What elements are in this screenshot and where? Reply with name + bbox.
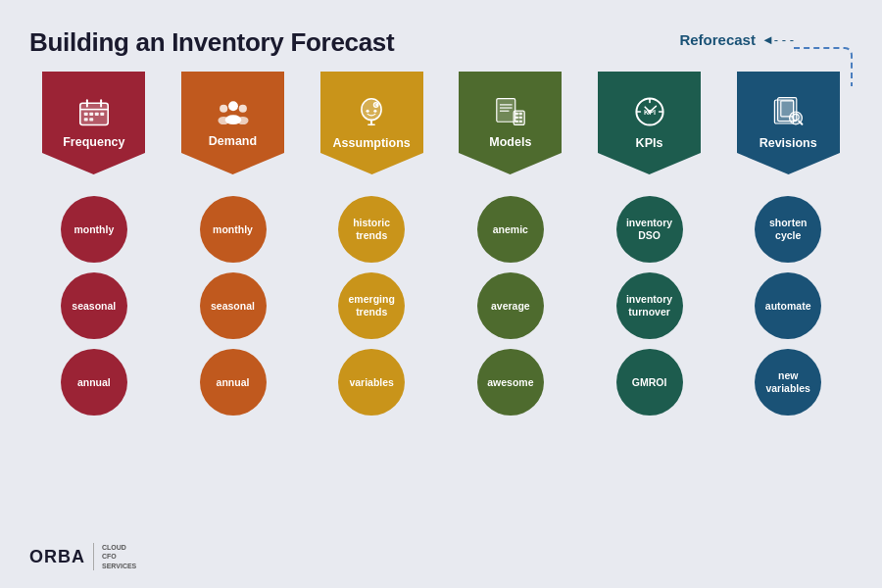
logo-area: ORBA CLOUDCFOSERVICES	[29, 543, 136, 570]
circles-kpis: inventory DSOinventory turnoverGMROI	[616, 196, 683, 416]
pentagon-label-revisions: Revisions	[760, 137, 817, 151]
svg-rect-36	[515, 120, 518, 122]
pentagon-content-demand: Demand	[181, 85, 284, 174]
pentagon-models: Models	[459, 72, 562, 174]
svg-rect-35	[519, 116, 522, 118]
circle-assumptions-2: variables	[338, 349, 405, 416]
svg-rect-5	[84, 112, 88, 115]
circle-frequency-0: monthly	[61, 196, 127, 263]
column-models: Modelsanemicaverageawesome	[446, 72, 575, 416]
svg-rect-7	[95, 112, 99, 115]
circles-revisions: shorten cycleautomatenew variables	[755, 196, 821, 416]
circle-frequency-1: seasonal	[61, 272, 127, 339]
logo-name: ORBA	[29, 547, 85, 567]
svg-rect-37	[519, 120, 522, 122]
revisions-icon	[772, 96, 804, 133]
svg-point-25	[374, 109, 377, 112]
svg-rect-32	[515, 112, 518, 114]
column-demand: Demandmonthlyseasonalannual	[169, 72, 298, 416]
reforecast-arrow-icon: ◄- - -	[761, 32, 794, 47]
circle-kpis-2: GMROI	[616, 349, 683, 416]
column-assumptions: Assumptionshistoric trendsemerging trend…	[307, 72, 436, 416]
svg-point-19	[362, 98, 381, 120]
column-kpis: KPI KPIsinventory DSOinventory turnoverG…	[585, 72, 714, 416]
assumptions-icon	[358, 96, 385, 133]
circles-models: anemicaverageawesome	[477, 196, 544, 416]
pentagon-content-kpis: KPI KPIs	[598, 85, 701, 174]
column-frequency: Frequencymonthlyseasonalannual	[29, 72, 159, 416]
circle-assumptions-0: historic trends	[338, 196, 405, 263]
circle-revisions-1: automate	[755, 272, 821, 339]
circle-frequency-2: annual	[61, 349, 127, 416]
pentagon-content-assumptions: Assumptions	[320, 85, 423, 174]
circle-assumptions-1: emerging trends	[338, 272, 405, 339]
pentagon-assumptions: Assumptions	[320, 72, 423, 174]
logo-subtitle: CLOUDCFOSERVICES	[102, 543, 136, 569]
circle-revisions-0: shorten cycle	[755, 196, 821, 263]
svg-point-17	[237, 117, 248, 124]
frequency-icon	[78, 97, 110, 132]
pentagon-content-revisions: Revisions	[737, 85, 840, 174]
demand-icon	[216, 98, 251, 131]
reforecast-label: Reforecast ◄- - -	[679, 31, 794, 48]
pentagon-kpis: KPI KPIs	[598, 72, 701, 174]
circle-demand-2: annual	[200, 349, 267, 416]
pentagon-label-demand: Demand	[209, 135, 257, 149]
svg-rect-10	[89, 118, 93, 121]
svg-rect-33	[519, 112, 522, 114]
svg-rect-8	[100, 112, 104, 115]
pentagon-content-frequency: Frequency	[42, 85, 145, 174]
pentagon-frequency: Frequency	[42, 72, 145, 174]
logo-divider	[93, 543, 94, 570]
circle-models-1: average	[477, 272, 544, 339]
pentagon-revisions: Revisions	[737, 72, 840, 174]
svg-rect-6	[89, 112, 93, 115]
models-icon	[495, 97, 526, 132]
circle-demand-0: monthly	[200, 196, 267, 263]
svg-rect-9	[84, 118, 88, 121]
column-revisions: Revisionsshorten cycleautomatenew variab…	[723, 72, 853, 416]
columns-row: Frequencymonthlyseasonalannual Demandmon…	[29, 72, 853, 416]
svg-rect-34	[515, 116, 518, 118]
circle-models-2: awesome	[477, 349, 544, 416]
page-container: Building an Inventory Forecast Reforecas…	[0, 0, 882, 588]
svg-point-14	[238, 104, 246, 112]
pentagon-label-models: Models	[489, 136, 531, 150]
circles-assumptions: historic trendsemerging trendsvariables	[338, 196, 405, 416]
pentagon-label-frequency: Frequency	[63, 136, 124, 150]
svg-point-13	[220, 104, 227, 112]
svg-rect-27	[497, 98, 515, 122]
circle-kpis-0: inventory DSO	[616, 196, 683, 263]
svg-point-21	[375, 103, 377, 105]
circle-models-0: anemic	[477, 196, 544, 263]
pentagon-demand: Demand	[181, 72, 284, 174]
circles-frequency: monthlyseasonalannual	[61, 196, 127, 416]
kpis-icon: KPI	[634, 96, 665, 133]
circle-demand-1: seasonal	[200, 272, 267, 339]
svg-point-43	[648, 110, 652, 114]
circles-demand: monthlyseasonalannual	[200, 196, 267, 416]
circle-kpis-1: inventory turnover	[616, 272, 683, 339]
svg-point-24	[367, 109, 369, 112]
pentagon-content-models: Models	[459, 85, 562, 174]
circle-revisions-2: new variables	[755, 349, 821, 416]
svg-point-12	[228, 101, 238, 111]
pentagon-label-kpis: KPIs	[636, 137, 663, 151]
pentagon-label-assumptions: Assumptions	[333, 137, 411, 151]
svg-point-16	[218, 117, 228, 124]
reforecast-text: Reforecast	[679, 31, 756, 48]
